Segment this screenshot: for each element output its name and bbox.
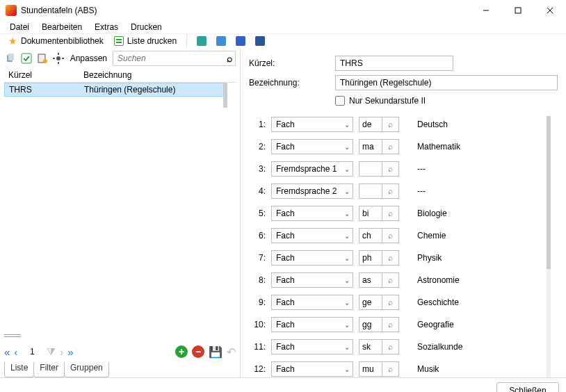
- add-button[interactable]: +: [175, 345, 188, 358]
- type-select[interactable]: Fach⌄: [271, 139, 353, 154]
- filter-icon[interactable]: ⧩: [47, 345, 56, 358]
- menu-drucken[interactable]: Drucken: [125, 21, 168, 33]
- lookup-button[interactable]: ⌕: [382, 206, 399, 221]
- chevron-down-icon: ⌄: [344, 232, 350, 240]
- svg-rect-10: [62, 58, 64, 59]
- subject-row: 7:Fach⌄ph⌕Physik: [249, 250, 544, 266]
- code-input[interactable]: de: [359, 117, 382, 132]
- checkbox-sekundarstufe[interactable]: [335, 96, 345, 106]
- svg-rect-8: [58, 62, 59, 64]
- remove-button[interactable]: −: [192, 345, 204, 358]
- col-header-bezeichnung[interactable]: Bezeichnung: [79, 69, 236, 82]
- btn-tool-3[interactable]: [233, 35, 248, 47]
- page-last-icon[interactable]: »: [67, 346, 73, 358]
- code-input[interactable]: ph: [359, 250, 382, 266]
- maximize-button[interactable]: [502, 0, 534, 21]
- type-select[interactable]: Fach⌄: [271, 317, 353, 332]
- lookup-button[interactable]: ⌕: [382, 295, 399, 310]
- tab-gruppen[interactable]: Gruppen: [64, 362, 109, 377]
- search-box[interactable]: ⌕: [113, 51, 236, 66]
- code-input[interactable]: [359, 161, 382, 177]
- subject-label: Astronomie: [417, 275, 460, 285]
- code-input[interactable]: gg: [359, 317, 382, 332]
- lookup-button[interactable]: ⌕: [382, 161, 399, 177]
- tab-liste[interactable]: Liste: [4, 362, 34, 377]
- chevron-down-icon: ⌄: [344, 366, 350, 373]
- btn-dokumentenbibliothek[interactable]: ★ Dokumentenbibliothek: [4, 34, 106, 48]
- code-input[interactable]: [359, 183, 382, 199]
- lookup-button[interactable]: ⌕: [382, 139, 399, 154]
- col-header-kuerzel[interactable]: Kürzel: [4, 69, 79, 82]
- scrollbar-thumb[interactable]: [547, 116, 552, 269]
- copy-icon[interactable]: [4, 52, 16, 65]
- new-icon[interactable]: [36, 52, 48, 65]
- btn-tool-1[interactable]: [194, 35, 209, 47]
- code-input[interactable]: mu: [359, 361, 382, 377]
- type-select[interactable]: Fach⌄: [271, 250, 353, 266]
- type-select[interactable]: Fach⌄: [271, 228, 353, 243]
- search-icon[interactable]: ⌕: [227, 53, 232, 64]
- subject-row: 2:Fach⌄ma⌕Mathematik: [249, 138, 544, 155]
- gear-icon[interactable]: [52, 52, 64, 65]
- resize-handle[interactable]: [4, 334, 236, 340]
- input-bezeichnung[interactable]: Thüringen (Regelschule): [335, 75, 558, 90]
- undo-icon[interactable]: ↶: [227, 345, 236, 359]
- vertical-scrollbar[interactable]: [547, 116, 552, 377]
- save-icon[interactable]: 💾: [209, 345, 223, 359]
- cell-kuerzel: THRS: [5, 85, 80, 95]
- btn-tool-2[interactable]: [213, 35, 229, 47]
- anpassen-label[interactable]: Anpassen: [69, 54, 108, 63]
- subject-label: Physik: [417, 253, 442, 263]
- lookup-button[interactable]: ⌕: [382, 250, 399, 266]
- btn-liste-drucken[interactable]: Liste drucken: [111, 34, 179, 48]
- lookup-button[interactable]: ⌕: [382, 361, 399, 377]
- lookup-button[interactable]: ⌕: [382, 339, 399, 354]
- type-select[interactable]: Fach⌄: [271, 339, 353, 354]
- check-icon[interactable]: [20, 52, 32, 65]
- search-icon: ⌕: [388, 164, 393, 174]
- scrollbar-thumb[interactable]: [223, 83, 229, 108]
- search-input[interactable]: [116, 53, 224, 64]
- menubar: Datei Bearbeiten Extras Drucken: [0, 21, 566, 33]
- type-select[interactable]: Fach⌄: [271, 295, 353, 310]
- subject-label: Geschichte: [417, 297, 459, 307]
- code-input[interactable]: ma: [359, 139, 382, 154]
- close-window-button[interactable]: [534, 0, 566, 21]
- lookup-button[interactable]: ⌕: [382, 272, 399, 288]
- window-title: Stundentafeln (ABS): [21, 6, 470, 15]
- lookup-button[interactable]: ⌕: [382, 317, 399, 332]
- lookup-button[interactable]: ⌕: [382, 117, 399, 132]
- type-select[interactable]: Fach⌄: [271, 206, 353, 221]
- page-next-icon[interactable]: ›: [60, 346, 63, 358]
- code-input[interactable]: ch: [359, 228, 382, 243]
- type-select[interactable]: Fach⌄: [271, 272, 353, 288]
- menu-extras[interactable]: Extras: [89, 21, 124, 33]
- list-body[interactable]: THRS Thüringen (Regelschule): [4, 83, 236, 333]
- type-select[interactable]: Fremdsprache 2⌄: [271, 183, 353, 199]
- code-input[interactable]: bi: [359, 206, 382, 221]
- input-kuerzel[interactable]: THRS: [335, 56, 453, 71]
- lookup-button[interactable]: ⌕: [382, 228, 399, 243]
- menu-datei[interactable]: Datei: [4, 21, 35, 33]
- chevron-down-icon: ⌄: [344, 188, 350, 195]
- minimize-button[interactable]: [470, 0, 502, 21]
- code-input[interactable]: sk: [359, 339, 382, 354]
- search-icon: ⌕: [388, 320, 393, 329]
- page-first-icon[interactable]: «: [4, 346, 10, 358]
- square-icon: [216, 36, 226, 46]
- lookup-button[interactable]: ⌕: [382, 183, 399, 199]
- chevron-down-icon: ⌄: [344, 210, 350, 218]
- page-prev-icon[interactable]: ‹: [14, 346, 17, 358]
- menu-bearbeiten[interactable]: Bearbeiten: [36, 21, 88, 33]
- type-select[interactable]: Fach⌄: [271, 117, 353, 132]
- close-button[interactable]: Schließen: [496, 382, 559, 393]
- row-number: 11:: [249, 342, 266, 352]
- tab-filter[interactable]: Filter: [33, 362, 65, 377]
- code-input[interactable]: as: [359, 272, 382, 288]
- type-select[interactable]: Fach⌄: [271, 361, 353, 377]
- type-select[interactable]: Fremdsprache 1⌄: [271, 161, 353, 177]
- code-input[interactable]: ge: [359, 295, 382, 310]
- table-row[interactable]: THRS Thüringen (Regelschule): [4, 83, 227, 97]
- btn-tool-4[interactable]: [252, 35, 268, 47]
- chevron-down-icon: ⌄: [344, 277, 350, 284]
